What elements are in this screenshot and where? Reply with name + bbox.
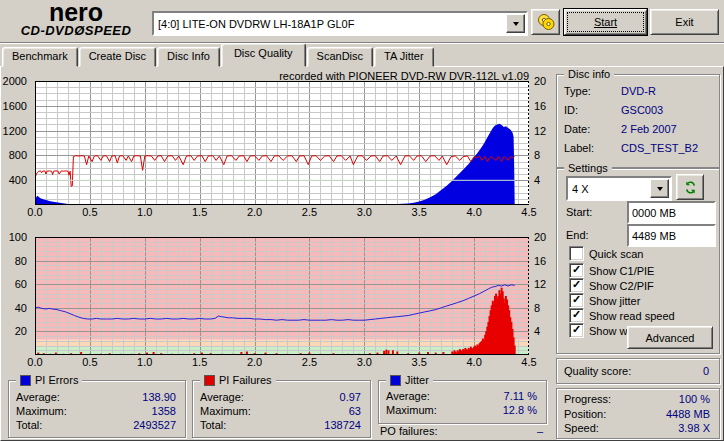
tab-create-disc[interactable]: Create Disc: [79, 47, 156, 67]
disc-id-value: GSC003: [621, 104, 663, 116]
pi-failures-panel: PI Failures Average:0.97 Maximum:63 Tota…: [192, 380, 371, 438]
exit-button[interactable]: Exit: [650, 9, 719, 35]
axis-tick-label: 4.0: [461, 206, 487, 218]
axis-tick-label: 20: [534, 76, 546, 86]
quality-chart-top: 400800120016002000 48121620: [0, 81, 560, 205]
axis-tick-label: 0.0: [22, 206, 48, 218]
axis-tick-label: 8: [534, 303, 540, 313]
axis-tick-label: 4.5: [516, 356, 542, 368]
quality-score-panel: Quality score: 0: [556, 358, 720, 384]
axis-tick-label: 1.0: [132, 356, 158, 368]
tab-ta-jitter[interactable]: TA Jitter: [374, 47, 434, 67]
axis-tick-label: 0.5: [77, 356, 103, 368]
disc-info-title: Disc info: [564, 68, 614, 80]
checkbox-show-read-speed[interactable]: ✓ Show read speed: [569, 308, 675, 323]
start-button-label: Start: [594, 16, 617, 28]
checkbox-show-c2-pif[interactable]: ✓ Show C2/PIF: [569, 278, 654, 293]
checkbox-icon[interactable]: ✓: [569, 246, 584, 261]
position-label: Position:: [564, 408, 606, 420]
axis-tick-label: 100: [9, 232, 27, 242]
quality-score-value: 0: [703, 365, 709, 377]
axis-tick-label: 1600: [3, 101, 27, 111]
tab-benchmark[interactable]: Benchmark: [2, 47, 78, 67]
refresh-icon: [683, 180, 698, 195]
axis-tick-label: 20: [534, 232, 546, 242]
quality-chart-bottom: 20406080100 48121620: [0, 237, 560, 355]
right-axis-labels: 48121620: [533, 237, 555, 355]
speed-selector-value: 4 X: [568, 183, 649, 195]
speed-selector[interactable]: 4 X: [566, 176, 672, 201]
chevron-down-icon[interactable]: [506, 14, 525, 33]
app-logo: nero CD-DVDØSPEED: [6, 1, 146, 38]
scan-end-label: End:: [566, 229, 589, 241]
x-axis-labels-top: 0.00.51.01.52.02.53.03.54.04.5: [35, 206, 529, 218]
chart-plot: [35, 237, 529, 355]
start-button[interactable]: Start: [564, 9, 647, 35]
jitter-legend-icon: [390, 375, 401, 386]
app-window: nero CD-DVDØSPEED [4:0] LITE-ON DVDRW LH…: [0, 0, 724, 441]
checkbox-icon[interactable]: ✓: [569, 278, 584, 293]
checkbox-quick-scan[interactable]: ✓ Quick scan: [569, 246, 643, 261]
checkbox-icon[interactable]: ✓: [569, 263, 584, 278]
settings-panel: Settings 4 X Start: 0000 MB End: 4489 MB…: [556, 168, 720, 354]
right-axis-labels: 48121620: [533, 81, 555, 205]
pi-failures-maximum: 63: [349, 405, 361, 417]
pi-failures-title: PI Failures: [219, 374, 272, 386]
disc-info-panel: Disc info Type: DVD-R ID: GSC003 Date: 2…: [556, 74, 720, 168]
disc-date-label: Date:: [564, 123, 590, 135]
logo-line2: CD-DVDØSPEED: [6, 23, 146, 38]
tab-disc-quality[interactable]: Disc Quality: [221, 43, 306, 67]
checkbox-show-jitter[interactable]: ✓ Show jitter: [569, 293, 640, 308]
checkbox-icon[interactable]: ✓: [569, 308, 584, 323]
axis-tick-label: 1.5: [187, 206, 213, 218]
axis-tick-label: 3.0: [351, 206, 377, 218]
scan-end-input[interactable]: 4489 MB: [627, 224, 716, 247]
axis-tick-label: 20: [15, 326, 27, 336]
axis-tick-label: 2.5: [296, 206, 322, 218]
disc-type-label: Type:: [564, 85, 591, 97]
pi-errors-maximum: 1358: [152, 405, 176, 417]
x-axis-labels-bottom: 0.00.51.01.52.02.53.03.54.04.5: [35, 356, 529, 368]
checkbox-icon[interactable]: ✓: [569, 323, 584, 338]
pi-errors-title: PI Errors: [35, 374, 78, 386]
pi-failures-total: 138724: [324, 419, 361, 431]
settings-title: Settings: [564, 162, 612, 174]
progress-value: 100 %: [679, 393, 710, 405]
axis-tick-label: 16: [534, 256, 546, 266]
axis-tick-label: 12: [534, 126, 546, 136]
exit-button-label: Exit: [675, 16, 693, 28]
axis-tick-label: 3.0: [351, 356, 377, 368]
axis-tick-label: 4: [534, 175, 540, 185]
chart-plot: [35, 81, 529, 205]
pi-errors-legend-icon: [20, 375, 31, 386]
drive-selector-value: [4:0] LITE-ON DVDRW LH-18A1P GL0F: [154, 18, 505, 30]
axis-tick-label: 16: [534, 101, 546, 111]
axis-tick-label: 2.0: [242, 206, 268, 218]
quality-score-label: Quality score:: [564, 365, 631, 377]
pi-errors-panel: PI Errors Average:138.90 Maximum:1358 To…: [8, 380, 186, 438]
axis-tick-label: 4.5: [516, 206, 542, 218]
jitter-title: Jitter: [405, 374, 429, 386]
position-value: 4488 MB: [666, 408, 710, 420]
jitter-maximum: 12.8 %: [503, 404, 537, 416]
checkbox-show-c1-pie[interactable]: ✓ Show C1/PIE: [569, 263, 654, 278]
checkbox-icon[interactable]: ✓: [569, 293, 584, 308]
axis-tick-label: 8: [534, 150, 540, 160]
chevron-down-icon[interactable]: [650, 179, 669, 198]
logo-line1: nero: [6, 1, 146, 23]
scan-start-value: 0000 MB: [632, 207, 676, 219]
advanced-button[interactable]: Advanced: [627, 326, 713, 349]
scan-end-value: 4489 MB: [632, 230, 676, 242]
bonus-button[interactable]: [531, 9, 560, 35]
tab-disc-info[interactable]: Disc Info: [157, 47, 220, 67]
scan-start-label: Start:: [566, 206, 592, 218]
speed-label: Speed:: [564, 422, 599, 434]
scan-start-input[interactable]: 0000 MB: [627, 201, 716, 224]
refresh-button[interactable]: [676, 174, 704, 200]
disc-id-label: ID:: [564, 104, 578, 116]
axis-tick-label: 1200: [3, 126, 27, 136]
tab-scandisc[interactable]: ScanDisc: [307, 47, 373, 67]
pi-errors-average: 138.90: [142, 391, 176, 403]
drive-selector[interactable]: [4:0] LITE-ON DVDRW LH-18A1P GL0F: [152, 11, 528, 36]
axis-tick-label: 2.0: [242, 356, 268, 368]
